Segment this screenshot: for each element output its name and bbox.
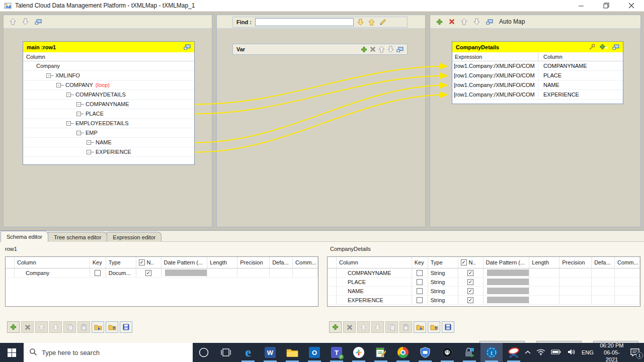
date-pattern-cell[interactable] — [165, 269, 207, 276]
checkbox-checked[interactable]: ✓ — [467, 297, 473, 303]
date-pattern-cell[interactable] — [487, 297, 529, 303]
collapse-icon[interactable]: - — [46, 73, 51, 78]
wifi-icon[interactable] — [536, 348, 545, 356]
move-up-icon[interactable] — [378, 46, 385, 53]
schema-row-place[interactable]: PLACEString✓ — [328, 278, 640, 287]
checkbox-checked[interactable]: ✓ — [467, 270, 473, 276]
save-button[interactable] — [442, 321, 454, 333]
move-up-icon[interactable] — [461, 18, 467, 25]
output-row-companyname[interactable]: [row1.Company:/XMLINFO/COMCOMPANYNAME — [452, 61, 623, 71]
taskbar-icon-task-view[interactable] — [215, 343, 237, 362]
column-cell[interactable]: COMPANYNAME — [538, 63, 623, 69]
tab-expression-editor[interactable]: Expression editor — [107, 232, 162, 242]
schema-row-name[interactable]: NAMEString✓ — [328, 287, 640, 296]
schema-row-companyname[interactable]: COMPANYNAMEString✓ — [328, 268, 640, 278]
tree-node-name[interactable]: -NAME — [23, 138, 194, 147]
tree-node-companydetails[interactable]: -COMPANYDETAILS — [23, 90, 194, 100]
collapse-icon[interactable]: - — [76, 112, 81, 116]
checkbox-checked[interactable]: ✓ — [461, 259, 467, 265]
tree-node-xmlinfo[interactable]: -XMLINFO — [23, 71, 194, 80]
taskbar-icon-snipping-tool[interactable] — [503, 343, 525, 362]
column-cell[interactable]: PLACE — [538, 72, 623, 78]
auto-map-button[interactable]: Auto Map — [499, 18, 525, 25]
minimize-icon[interactable] — [612, 44, 619, 50]
collapse-icon[interactable]: - — [66, 121, 71, 126]
find-previous-icon[interactable] — [368, 19, 375, 26]
taskbar-icon-talend[interactable]: t — [480, 343, 503, 362]
collapse-icon[interactable]: - — [87, 150, 91, 154]
collapse-icon[interactable]: - — [76, 131, 81, 135]
checkbox-unchecked[interactable] — [417, 279, 423, 285]
import-button[interactable] — [414, 321, 426, 333]
checkbox-checked[interactable]: ✓ — [139, 259, 145, 265]
output-row-name[interactable]: [row1.Company:/XMLINFO/COMNAME — [452, 80, 623, 90]
expression-cell[interactable]: [row1.Company:/XMLINFO/COM — [452, 71, 538, 80]
checkbox-checked[interactable]: ✓ — [145, 270, 151, 276]
add-icon[interactable] — [361, 46, 367, 53]
minimize-icon[interactable] — [35, 19, 42, 25]
tree-node-companyname[interactable]: -COMPANYNAME — [23, 100, 194, 109]
tree-node-employeedetails[interactable]: -EMPLOYEEDETAILS — [23, 119, 194, 128]
taskbar-icon-vpn-lock[interactable] — [458, 343, 480, 362]
find-input[interactable] — [255, 18, 354, 26]
add-icon[interactable] — [436, 19, 443, 25]
save-button[interactable] — [120, 321, 132, 333]
tree-node-emp[interactable]: -EMP — [23, 128, 194, 138]
checkbox-unchecked[interactable] — [95, 270, 101, 276]
tab-tree-schema-editor[interactable]: Tree schema editor — [48, 232, 107, 242]
column-cell[interactable]: EXPERIENCE — [538, 92, 623, 98]
checkbox-checked[interactable]: ✓ — [467, 288, 473, 294]
clock[interactable]: 06:20 PM 06-05-2021 — [599, 342, 624, 362]
language-indicator[interactable]: ENG — [582, 349, 594, 355]
expression-cell[interactable]: [row1.Company:/XMLINFO/COM — [452, 61, 538, 70]
taskbar-icon-teams[interactable]: T✓ — [326, 343, 348, 362]
tab-schema-editor[interactable]: Schema editor — [1, 231, 48, 242]
move-up-icon[interactable] — [10, 18, 16, 25]
column-cell[interactable]: NAME — [538, 82, 623, 88]
date-pattern-cell[interactable] — [487, 269, 529, 276]
tree-node-company[interactable]: -COMPANY(loop) — [23, 80, 194, 90]
checkbox-checked[interactable]: ✓ — [467, 279, 473, 285]
schema-row-experience[interactable]: EXPERIENCEString✓ — [328, 296, 640, 305]
close-button[interactable] — [619, 0, 644, 11]
move-down-icon[interactable] — [22, 18, 29, 25]
minimize-icon[interactable] — [486, 19, 493, 25]
taskbar-icon-slack[interactable] — [348, 343, 370, 362]
taskbar-search-input[interactable]: Type here to search — [24, 343, 193, 362]
output-row-place[interactable]: [row1.Company:/XMLINFO/COMPLACE — [452, 71, 623, 80]
taskbar-icon-chrome[interactable] — [392, 343, 414, 362]
start-button[interactable] — [0, 343, 24, 362]
tray-chevron-up-icon[interactable] — [525, 349, 531, 355]
add-button[interactable] — [7, 321, 20, 333]
taskbar-icon-word[interactable]: W — [259, 343, 281, 362]
remove-icon[interactable] — [449, 19, 455, 25]
minimize-icon[interactable] — [184, 44, 191, 50]
schema-row-company[interactable]: CompanyDocum...✓ — [6, 268, 318, 278]
import-button[interactable] — [92, 321, 104, 333]
volume-icon[interactable] — [567, 348, 576, 356]
restore-button[interactable] — [594, 0, 619, 11]
checkbox-unchecked[interactable] — [417, 288, 423, 294]
expression-cell[interactable]: [row1.Company:/XMLINFO/COM — [452, 90, 538, 99]
tree-node-company[interactable]: Company — [23, 61, 194, 71]
find-next-icon[interactable] — [357, 19, 364, 26]
add-column-icon[interactable] — [600, 44, 608, 50]
taskbar-icon-security-shield[interactable] — [414, 343, 436, 362]
wrench-icon[interactable] — [588, 44, 595, 51]
remove-icon[interactable] — [370, 46, 376, 52]
add-button[interactable] — [329, 321, 342, 333]
taskbar-icon-cortana[interactable] — [193, 343, 215, 362]
tree-node-place[interactable]: -PLACE — [23, 109, 194, 119]
checkbox-unchecked[interactable] — [417, 297, 423, 303]
taskbar-icon-edge[interactable]: e — [237, 343, 259, 362]
minimize-button[interactable] — [569, 0, 594, 11]
collapse-icon[interactable]: - — [66, 93, 71, 97]
move-down-icon[interactable] — [387, 46, 394, 53]
collapse-icon[interactable]: - — [56, 83, 61, 87]
collapse-icon[interactable]: - — [76, 102, 81, 107]
export-button[interactable] — [428, 321, 440, 333]
taskbar-icon-file-explorer[interactable] — [281, 343, 303, 362]
date-pattern-cell[interactable] — [487, 279, 529, 285]
expression-cell[interactable]: [row1.Company:/XMLINFO/COM — [452, 80, 538, 89]
checkbox-unchecked[interactable] — [417, 270, 423, 276]
